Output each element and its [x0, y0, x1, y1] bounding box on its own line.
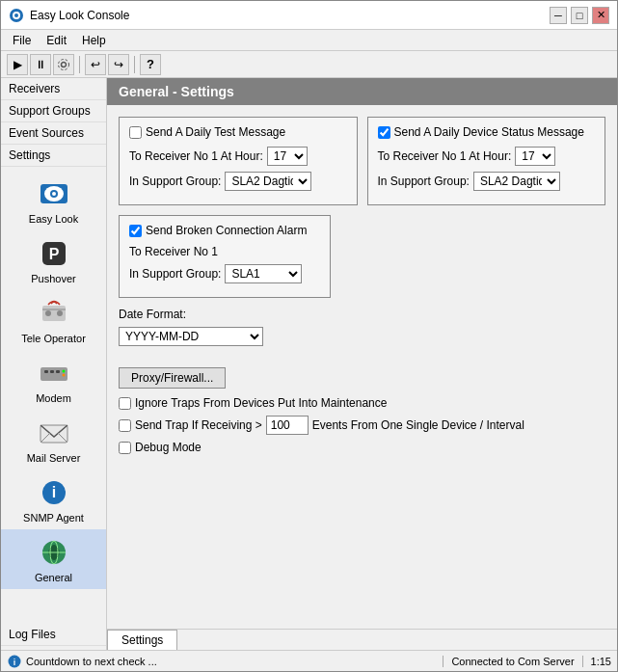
main-content: Receivers Support Groups Event Sources S… — [1, 78, 617, 650]
broken-connection-receiver-label: To Receiver No 1 — [129, 245, 218, 258]
svg-point-8 — [52, 192, 56, 196]
undo-button[interactable]: ↩ — [85, 54, 106, 75]
play-button[interactable]: ▶ — [7, 54, 28, 75]
sidebar-item-receivers[interactable]: Receivers — [1, 78, 106, 100]
daily-device-hour-select[interactable]: 17 — [515, 147, 555, 166]
broken-connection-header: Send Broken Connection Alarm — [129, 224, 320, 237]
title-bar-text: Easy Look Console — [30, 9, 550, 22]
daily-device-checkbox[interactable] — [378, 126, 390, 139]
snmp-agent-icon: i — [35, 475, 73, 510]
main-window: Easy Look Console ─ □ ✕ File Edit Help ▶… — [0, 0, 618, 672]
tab-settings[interactable]: Settings — [107, 630, 177, 650]
broken-connection-checkbox[interactable] — [129, 225, 142, 237]
modem-icon — [35, 356, 73, 390]
easylook-label: Easy Look — [29, 213, 78, 225]
top-settings-row: Send A Daily Test Message To Receiver No… — [119, 117, 605, 205]
daily-test-box: Send A Daily Test Message To Receiver No… — [119, 117, 358, 205]
status-bar: i Countdown to next check ... Connected … — [1, 650, 617, 671]
sidebar-item-support-groups[interactable]: Support Groups — [1, 100, 106, 122]
broken-connection-group-select[interactable]: SLA1 SLA2 Dagtid SLA3 — [225, 264, 302, 283]
daily-device-hour-label: To Receiver No 1 At Hour: — [378, 149, 512, 163]
pushover-label: Pushover — [31, 273, 75, 284]
svg-point-4 — [59, 59, 69, 69]
tele-operator-icon — [35, 296, 73, 331]
menu-edit[interactable]: Edit — [39, 32, 74, 49]
daily-test-group-field: In Support Group: SLA2 Dagtid SLA1 SLA3 — [129, 172, 347, 191]
sidebar-item-event-sources[interactable]: Event Sources — [1, 122, 106, 145]
close-button[interactable]: ✕ — [592, 7, 609, 24]
daily-test-hour-select[interactable]: 17 — [267, 147, 308, 166]
svg-rect-18 — [56, 370, 60, 373]
proxy-firewall-button[interactable]: Proxy/Firewall... — [119, 367, 226, 389]
broken-connection-receiver-field: To Receiver No 1 — [129, 245, 320, 258]
sidebar-item-log-files[interactable]: Log Files — [1, 624, 106, 646]
help-button[interactable]: ? — [140, 54, 161, 75]
status-time: 1:15 — [582, 656, 611, 667]
content-area: General - Settings Send A Daily Test Mes… — [107, 78, 617, 650]
toolbar: ▶ ⏸ ↩ ↪ ? — [1, 51, 617, 78]
pushover-icon: P — [35, 236, 73, 271]
status-connected: Connected to Com Server — [443, 656, 574, 667]
send-trap-input[interactable] — [266, 416, 309, 435]
sidebar-icons: Easy Look P Pushover — [1, 167, 106, 593]
svg-point-12 — [45, 310, 51, 316]
debug-mode-checkbox[interactable] — [119, 442, 131, 454]
toolbar-separator — [79, 56, 80, 73]
ignore-traps-wrap: Ignore Traps From Devices Put Into Maint… — [119, 396, 605, 410]
daily-test-hour-field: To Receiver No 1 At Hour: 17 — [129, 147, 347, 166]
sidebar-icon-modem[interactable]: Modem — [1, 350, 106, 410]
menu-help[interactable]: Help — [74, 32, 114, 49]
broken-connection-group-label: In Support Group: — [129, 267, 221, 281]
sidebar-icon-mail-server[interactable]: Mail Server — [1, 410, 106, 470]
debug-mode-wrap: Debug Mode — [119, 441, 605, 454]
ignore-traps-checkbox[interactable] — [119, 397, 131, 410]
broken-connection-label: Send Broken Connection Alarm — [146, 224, 307, 237]
sidebar-nav: Receivers Support Groups Event Sources S… — [1, 78, 106, 167]
toolbar-separator2 — [134, 56, 135, 73]
daily-device-group-field: In Support Group: SLA2 Dagtid SLA1 SLA3 — [378, 172, 596, 191]
svg-point-19 — [62, 370, 65, 373]
mail-server-label: Mail Server — [27, 452, 81, 464]
menu-bar: File Edit Help — [1, 30, 617, 51]
content-tabs: Settings — [107, 629, 617, 650]
settings-button[interactable] — [53, 54, 74, 75]
easylook-icon — [35, 176, 73, 211]
sidebar-icon-snmp-agent[interactable]: i SNMP Agent — [1, 470, 106, 529]
daily-test-checkbox[interactable] — [129, 126, 142, 139]
sidebar-icon-general[interactable]: General — [1, 529, 106, 589]
title-bar: Easy Look Console ─ □ ✕ — [1, 1, 617, 30]
date-format-label: Date Format: — [119, 308, 186, 321]
daily-test-group-select[interactable]: SLA2 Dagtid SLA1 SLA3 — [225, 172, 311, 191]
svg-text:i: i — [51, 484, 55, 500]
send-trap-prefix: Send Trap If Receiving > — [135, 418, 262, 432]
sidebar-icon-tele-operator[interactable]: Tele Operator — [1, 290, 106, 350]
daily-test-group-label: In Support Group: — [129, 175, 221, 188]
ignore-traps-label: Ignore Traps From Devices Put Into Maint… — [135, 396, 387, 410]
svg-text:P: P — [48, 246, 59, 262]
svg-point-2 — [14, 13, 18, 17]
send-trap-checkbox[interactable] — [119, 419, 131, 432]
send-trap-suffix: Events From One Single Device / Interval — [312, 418, 524, 432]
minimize-button[interactable]: ─ — [550, 7, 567, 24]
daily-device-box: Send A Daily Device Status Message To Re… — [367, 117, 606, 205]
daily-device-group-label: In Support Group: — [378, 175, 470, 188]
general-label: General — [35, 572, 72, 583]
daily-device-group-select[interactable]: SLA2 Dagtid SLA1 SLA3 — [473, 172, 560, 191]
redo-button[interactable]: ↪ — [108, 54, 129, 75]
maximize-button[interactable]: □ — [571, 7, 588, 24]
date-format-select[interactable]: YYYY-MM-DD DD-MM-YYYY MM-DD-YYYY — [119, 327, 263, 346]
daily-device-label: Send A Daily Device Status Message — [394, 125, 584, 139]
sidebar-icon-pushover[interactable]: P Pushover — [1, 230, 106, 290]
menu-file[interactable]: File — [5, 32, 39, 49]
send-trap-wrap: Send Trap If Receiving > Events From One… — [119, 416, 605, 435]
svg-point-13 — [57, 310, 63, 316]
broken-connection-box: Send Broken Connection Alarm To Receiver… — [119, 215, 331, 298]
svg-point-20 — [62, 374, 65, 377]
daily-device-hour-field: To Receiver No 1 At Hour: 17 — [378, 147, 596, 166]
status-text: Countdown to next check ... — [26, 656, 435, 667]
sidebar-icon-easylook[interactable]: Easy Look — [1, 171, 106, 230]
content-body: Send A Daily Test Message To Receiver No… — [107, 105, 617, 629]
debug-mode-label: Debug Mode — [135, 441, 202, 454]
pause-button[interactable]: ⏸ — [30, 54, 51, 75]
sidebar-item-settings[interactable]: Settings — [1, 145, 106, 167]
